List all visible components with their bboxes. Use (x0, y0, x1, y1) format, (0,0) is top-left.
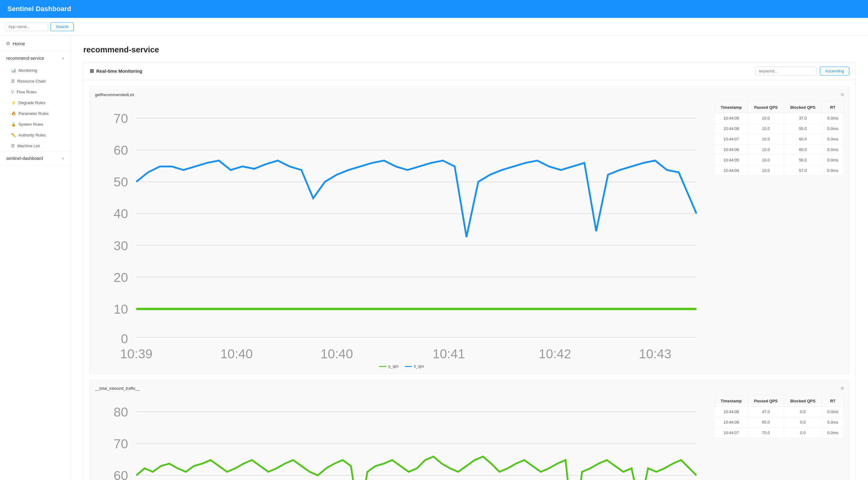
legend-p-qps-label-1: p_qps (389, 364, 399, 369)
chart-area-2: 80 70 60 50 40 30 (95, 395, 708, 480)
filter-icon: ⊞ (90, 68, 94, 74)
sidebar-item-flow-rules-label: Flow Rules (17, 90, 36, 94)
system-rules-icon: 🔒 (11, 122, 16, 127)
parameter-rules-icon: 🔥 (11, 111, 16, 116)
app-header: Sentinel Dashboard (0, 0, 868, 18)
table-row: 10:44:0865.00.00.0ms (715, 417, 844, 427)
search-button[interactable]: Search (51, 22, 74, 31)
chart-table-2: Timestamp Passed QPS Blocked QPS RT 10:4… (714, 395, 844, 438)
sidebar-item-degrade-rules-label: Degrade Rules (19, 100, 45, 105)
chart-table-1: Timestamp Passed QPS Blocked QPS RT 10:4… (714, 102, 844, 176)
table-row: 10:44:0947.00.00.0ms (715, 407, 844, 417)
sidebar-item-monitoring-label: Monitoring (19, 68, 37, 73)
svg-text:70: 70 (114, 111, 128, 126)
page-title: recommend-service (83, 45, 856, 55)
table-row: 10:44:0710.060.00.0ms (715, 134, 844, 144)
col-rt-1: RT (822, 102, 844, 113)
sidebar: ⊙ Home recommend-service ∨ 📊 Monitoring … (0, 36, 71, 480)
svg-text:10:41: 10:41 (432, 347, 465, 361)
sidebar-section-name-sentinel: sentinel-dashboard (6, 156, 43, 161)
chart-legend-1: p_qps b_qps (95, 364, 708, 369)
table-row: 10:44:0910.037.00.0ms (715, 113, 844, 124)
table-row: 10:44:0510.056.00.0ms (715, 155, 844, 166)
sidebar-item-authority-rules-label: Authority Rules (19, 133, 45, 137)
svg-text:10:39: 10:39 (120, 347, 152, 361)
chart-card-2-header: __total_inbound_traffic__ ≡ (95, 385, 844, 391)
monitoring-section: ⊞ Real-time Monitoring Ascending getReco… (83, 62, 856, 480)
svg-text:30: 30 (114, 238, 128, 253)
svg-text:10:40: 10:40 (220, 347, 253, 361)
table-row: 10:44:0410.057.00.0ms (715, 166, 844, 176)
chart-card-1-title: getRecommendedList (95, 93, 134, 97)
monitoring-icon: 📊 (11, 68, 16, 73)
chart-content-1: 70 60 50 40 30 20 10 0 (95, 102, 844, 369)
col-rt-2: RT (822, 396, 844, 407)
chart-content-2: 80 70 60 50 40 30 (95, 395, 844, 480)
sidebar-item-resource-chain-label: Resource Chain (17, 79, 46, 83)
monitoring-controls: Ascending (755, 67, 849, 75)
svg-text:10:40: 10:40 (320, 347, 353, 361)
chart-menu-icon-1[interactable]: ≡ (841, 92, 844, 98)
svg-text:40: 40 (114, 206, 128, 221)
col-timestamp-1: Timestamp (715, 102, 748, 113)
chart-card-1: getRecommendedList ≡ 70 60 50 40 30 20 (90, 86, 849, 374)
table-row: 10:44:0810.055.00.0ms (715, 124, 844, 134)
svg-text:60: 60 (114, 468, 128, 480)
chart-svg-1: 70 60 50 40 30 20 10 0 (95, 102, 708, 361)
machine-list-icon: ☰ (11, 144, 15, 148)
sidebar-home[interactable]: ⊙ Home (0, 36, 71, 52)
chart-table-area-2: Timestamp Passed QPS Blocked QPS RT 10:4… (714, 395, 844, 480)
svg-text:10:42: 10:42 (538, 347, 571, 361)
svg-text:0: 0 (121, 332, 128, 346)
sidebar-section-sentinel: sentinel-dashboard ∨ (0, 151, 71, 166)
legend-b-qps-1: b_qps (405, 364, 424, 369)
authority-rules-icon: ✏️ (11, 133, 16, 137)
sidebar-item-degrade-rules[interactable]: ⚡ Degrade Rules (0, 97, 71, 108)
degrade-rules-icon: ⚡ (11, 100, 16, 105)
chart-card-2: __total_inbound_traffic__ ≡ 80 70 60 50 … (90, 380, 849, 480)
chart-area-1: 70 60 50 40 30 20 10 0 (95, 102, 708, 369)
sidebar-section-header-sentinel[interactable]: sentinel-dashboard ∨ (0, 151, 71, 165)
main-content: recommend-service ⊞ Real-time Monitoring… (71, 36, 868, 480)
sidebar-item-authority-rules[interactable]: ✏️ Authority Rules (0, 130, 71, 140)
sidebar-item-resource-chain[interactable]: ☰ Resource Chain (0, 76, 71, 87)
svg-text:50: 50 (114, 175, 128, 189)
legend-b-qps-label-1: b_qps (414, 364, 424, 369)
col-blocked-qps-1: Blocked QPS (784, 102, 822, 113)
svg-text:80: 80 (114, 405, 128, 419)
ascending-button[interactable]: Ascending (820, 67, 849, 75)
legend-p-qps-1: p_qps (379, 364, 399, 369)
chart-menu-icon-2[interactable]: ≡ (841, 385, 844, 391)
svg-text:20: 20 (114, 270, 128, 285)
monitoring-header: ⊞ Real-time Monitoring Ascending (84, 62, 855, 80)
chart-table-area-1: Timestamp Passed QPS Blocked QPS RT 10:4… (714, 102, 844, 369)
flow-rules-icon: ▽ (11, 90, 14, 94)
col-passed-qps-2: Passed QPS (748, 396, 784, 407)
svg-text:70: 70 (114, 437, 128, 451)
svg-text:60: 60 (114, 143, 128, 158)
legend-b-qps-line-1 (405, 366, 412, 367)
sidebar-item-monitoring[interactable]: 📊 Monitoring (0, 65, 71, 76)
home-icon: ⊙ (6, 41, 10, 46)
chart-card-2-title: __total_inbound_traffic__ (95, 386, 140, 391)
chevron-down-icon: ∨ (62, 56, 64, 60)
legend-p-qps-line-1 (379, 366, 386, 367)
sidebar-item-machine-list-label: Machine List (17, 144, 40, 148)
sidebar-item-parameter-rules[interactable]: 🔥 Parameter Rules (0, 108, 71, 119)
sidebar-item-parameter-rules-label: Parameter Rules (19, 111, 49, 116)
sidebar-section-header-recommend[interactable]: recommend-service ∨ (0, 52, 71, 65)
chevron-right-icon: ∨ (62, 156, 64, 161)
sidebar-item-machine-list[interactable]: ☰ Machine List (0, 140, 71, 151)
sidebar-item-flow-rules[interactable]: ▽ Flow Rules (0, 87, 71, 97)
sidebar-section-name-recommend: recommend-service (6, 56, 44, 61)
sidebar-section-recommend: recommend-service ∨ 📊 Monitoring ☰ Resou… (0, 52, 71, 151)
resource-chain-icon: ☰ (11, 79, 15, 83)
search-bar: Search (0, 18, 868, 36)
table-row: 10:44:0770.00.00.0ms (715, 427, 844, 438)
sidebar-items-recommend: 📊 Monitoring ☰ Resource Chain ▽ Flow Rul… (0, 65, 71, 151)
sidebar-item-system-rules[interactable]: 🔒 System Rules (0, 119, 71, 130)
monitoring-title: ⊞ Real-time Monitoring (90, 68, 142, 74)
svg-text:10: 10 (114, 302, 128, 316)
keyword-input[interactable] (755, 67, 817, 75)
search-input[interactable] (5, 22, 48, 31)
